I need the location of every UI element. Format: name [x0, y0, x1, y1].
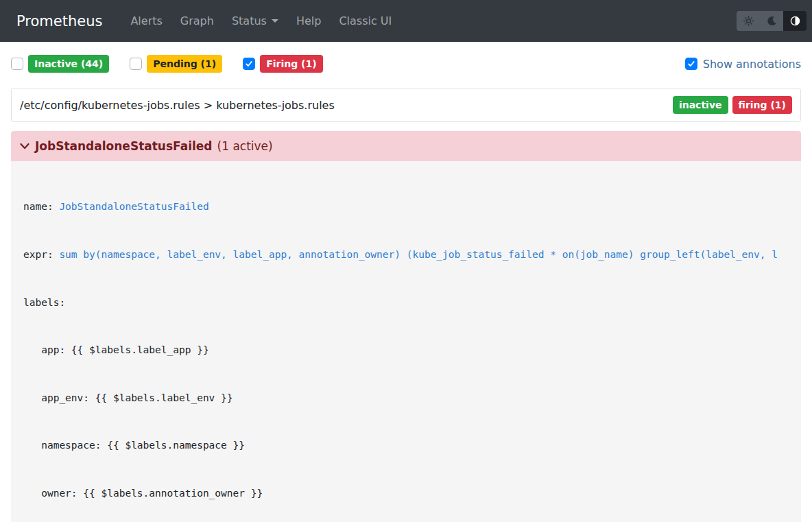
rule-group-path: /etc/config/kubernetes-jobs.rules > kube… — [20, 99, 335, 112]
navbar: Prometheus Alerts Graph Status Help Clas… — [0, 0, 812, 42]
moon-icon — [767, 16, 777, 26]
filter-firing[interactable]: Firing (1) — [243, 55, 322, 73]
rule-group-firing-badge: firing (1) — [732, 96, 792, 114]
rule-definition-code: name: JobStandaloneStatusFailed expr: su… — [11, 161, 801, 522]
filter-pending[interactable]: Pending (1) — [130, 55, 222, 73]
theme-light-button[interactable] — [737, 11, 760, 31]
code-line: app: {{ $labels.label_app }} — [23, 342, 789, 358]
contrast-icon — [790, 16, 800, 26]
nav-item-alerts[interactable]: Alerts — [121, 9, 171, 33]
filter-firing-checkbox[interactable] — [243, 58, 255, 70]
filter-pending-checkbox[interactable] — [130, 58, 142, 70]
nav-item-status[interactable]: Status — [223, 9, 287, 33]
state-filters: Inactive (44) Pending (1) Firing (1) — [11, 55, 323, 73]
check-icon — [687, 60, 695, 68]
show-annotations-toggle[interactable]: Show annotations — [685, 58, 801, 71]
code-line: expr: sum by(namespace, label_env, label… — [23, 247, 789, 263]
nav-item-graph[interactable]: Graph — [171, 9, 223, 33]
pending-badge: Pending (1) — [147, 55, 222, 73]
alert-rule-block: JobStandaloneStatusFailed (1 active) nam… — [11, 131, 801, 522]
code-line: namespace: {{ $labels.namespace }} — [23, 438, 789, 453]
theme-toggle-group — [737, 11, 807, 31]
sun-icon — [743, 16, 754, 26]
filter-inactive-checkbox[interactable] — [11, 58, 23, 70]
theme-auto-button[interactable] — [783, 11, 807, 31]
firing-badge: Firing (1) — [260, 55, 322, 73]
rule-group-card: /etc/config/kubernetes-jobs.rules > kube… — [11, 88, 801, 122]
alert-rule-title: JobStandaloneStatusFailed — [35, 139, 213, 153]
show-annotations-label: Show annotations — [703, 58, 801, 71]
rule-group-badges: inactive firing (1) — [673, 96, 792, 114]
code-lines: name: JobStandaloneStatusFailed expr: su… — [11, 167, 801, 522]
filter-row: Inactive (44) Pending (1) Firing (1) Sho… — [11, 54, 801, 73]
rule-group-inactive-badge: inactive — [673, 96, 728, 114]
inactive-badge: Inactive (44) — [28, 55, 109, 73]
code-line: app_env: {{ $labels.label_env }} — [23, 390, 789, 406]
code-line: labels: — [23, 295, 789, 311]
code-line: name: JobStandaloneStatusFailed — [23, 199, 789, 215]
caret-down-icon — [272, 19, 278, 23]
alert-active-count: (1 active) — [217, 139, 273, 153]
nav-item-status-label: Status — [232, 14, 267, 27]
nav-item-classic-ui[interactable]: Classic UI — [330, 9, 401, 33]
check-icon — [245, 60, 253, 68]
show-annotations-checkbox[interactable] — [685, 58, 697, 70]
filter-inactive[interactable]: Inactive (44) — [11, 55, 109, 73]
chevron-down-icon — [19, 141, 30, 152]
nav-item-help[interactable]: Help — [287, 9, 330, 33]
theme-dark-button[interactable] — [760, 11, 783, 31]
alert-rule-header[interactable]: JobStandaloneStatusFailed (1 active) — [11, 131, 801, 161]
page-content: Inactive (44) Pending (1) Firing (1) Sho… — [0, 54, 812, 522]
code-line: owner: {{ $labels.annotation_owner }} — [23, 486, 789, 501]
brand-link[interactable]: Prometheus — [16, 13, 102, 29]
